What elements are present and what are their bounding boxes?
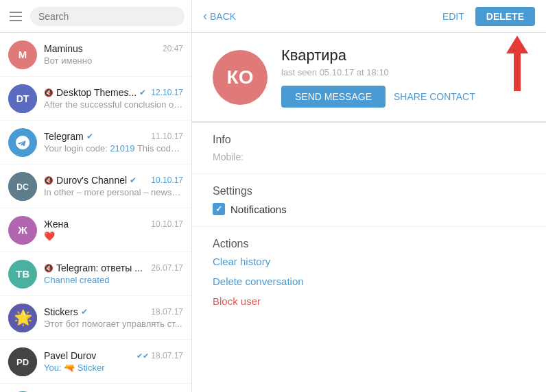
chat-name: Pavel Durov (44, 350, 96, 361)
checkmark-icon: ✓ (215, 204, 222, 214)
avatar: ТВ (8, 260, 37, 289)
mute-icon: 🔇 (44, 264, 54, 273)
notifications-label: Notifications (230, 204, 287, 215)
chat-name: Stickers ✔ (44, 306, 88, 317)
chat-name: Maminus (44, 43, 83, 54)
annotation-arrow (506, 36, 528, 91)
chat-preview: After the successful conclusion of... (44, 99, 183, 110)
list-item[interactable]: M Maminus 20:47 Вот именно (0, 33, 191, 77)
info-mobile: Mobile: (213, 151, 525, 162)
back-button[interactable]: ‹ BACK (203, 9, 236, 23)
chat-preview: Вот именно (44, 56, 183, 66)
chat-time: 12.10.17 (151, 88, 183, 97)
list-item[interactable]: 🌟 Stickers ✔ 18.07.17 Этот бот помогает … (0, 296, 191, 340)
avatar (8, 128, 37, 157)
sidebar-header (0, 0, 191, 33)
settings-section: Settings ✓ Notifications (192, 174, 546, 227)
info-section: Info Mobile: (192, 123, 546, 174)
chat-time: 11.10.17 (151, 132, 183, 141)
avatar: 🌟 (8, 304, 37, 332)
list-item[interactable]: Telegram ✔ 11.10.17 Your login code: 210… (0, 121, 191, 164)
share-contact-button[interactable]: SHARE CONTACT (394, 91, 475, 102)
chat-name: 🔇 Desktop Themes... ✔ (44, 87, 146, 98)
search-input[interactable] (30, 7, 185, 26)
list-item[interactable]: PD Pavel Durov ✔✔ 18.07.17 You: 🔫 Sticke… (0, 340, 191, 384)
chat-name: 🔇 Durov's Channel ✔ (44, 175, 136, 186)
list-item[interactable]: ТВ 🔇 Telegram: ответы ... 26.07.17 Chann… (0, 252, 191, 296)
svg-text:DT: DT (16, 93, 29, 104)
delete-conversation-link[interactable]: Delete conversation (213, 275, 525, 287)
actions-section: Actions Clear history Delete conversatio… (192, 227, 546, 326)
chat-time: ✔✔ 18.07.17 (136, 351, 183, 360)
chat-time: 26.07.17 (151, 263, 183, 273)
chat-preview: Этот бот помогает управлять ст... (44, 319, 183, 329)
chat-name: Жена (44, 219, 69, 230)
send-message-button[interactable]: SEND MESSAGE (281, 86, 385, 108)
sidebar: M Maminus 20:47 Вот именно DT 🔇 Desktop … (0, 0, 192, 392)
chat-time: 18.07.17 (151, 307, 183, 317)
back-arrow-icon: ‹ (203, 9, 207, 23)
chat-preview: Channel created (44, 275, 183, 285)
mute-icon: 🔇 (44, 176, 54, 185)
clear-history-link[interactable]: Clear history (213, 256, 525, 267)
chat-name: Telegram ✔ (44, 131, 93, 142)
edit-button[interactable]: EDIT (442, 11, 464, 22)
avatar: M (8, 40, 37, 69)
block-user-link[interactable]: Block user (213, 295, 525, 307)
arrow-shaft (514, 53, 521, 91)
svg-text:DC: DC (16, 182, 29, 191)
avatar: PD (8, 347, 37, 376)
verified-icon: ✔ (139, 88, 146, 97)
verified-icon: ✔ (130, 175, 136, 185)
top-bar: ‹ BACK EDIT DELETE (192, 0, 546, 33)
verified-icon: ✔ (81, 307, 88, 317)
double-check-icon: ✔✔ (136, 352, 149, 360)
settings-title: Settings (213, 185, 525, 197)
avatar: DC (8, 172, 37, 201)
chat-preview: ❤️ (44, 231, 183, 241)
chat-list: M Maminus 20:47 Вот именно DT 🔇 Desktop … (0, 33, 191, 392)
list-item[interactable]: DT 🔇 Desktop Themes... ✔ 12.10.17 After … (0, 77, 191, 121)
chat-time: 10.10.17 (151, 219, 183, 229)
profile-section: КО Квартира last seen 05.10.17 at 18:10 … (192, 33, 546, 122)
profile-avatar: КО (213, 50, 268, 105)
info-title: Info (213, 134, 525, 146)
chat-preview: Your login code: 21019 This code ... (44, 143, 183, 154)
mute-icon: 🔇 (44, 88, 54, 97)
chat-time: 20:47 (163, 44, 183, 53)
right-panel: ‹ BACK EDIT DELETE КО Квартира last seen… (192, 0, 546, 392)
list-item[interactable]: Ж Жена 10.10.17 ❤️ (0, 208, 191, 252)
list-item[interactable]: DC 🔇 Durov's Channel ✔ 10.10.17 In other… (0, 164, 191, 208)
avatar: Ж (8, 216, 37, 245)
delete-button[interactable]: DELETE (475, 7, 535, 26)
list-item[interactable]: U Ukrainian (0, 384, 191, 392)
verified-icon: ✔ (86, 132, 93, 141)
back-label: BACK (210, 11, 236, 22)
arrow-head-icon (506, 36, 528, 53)
profile-name: Квартира (281, 47, 525, 64)
chat-preview: You: 🔫 Sticker (44, 363, 183, 373)
notifications-checkbox[interactable]: ✓ (213, 203, 225, 215)
profile-status: last seen 05.10.17 at 18:10 (281, 67, 525, 77)
chat-name: 🔇 Telegram: ответы ... (44, 262, 143, 273)
chat-time: 10.10.17 (151, 175, 183, 185)
actions-title: Actions (213, 238, 525, 250)
avatar: DT (8, 84, 37, 113)
chat-preview: In other – more personal – news, ... (44, 187, 183, 197)
hamburger-menu[interactable] (7, 9, 25, 24)
svg-text:PD: PD (16, 357, 29, 367)
svg-text:🌟: 🌟 (14, 308, 33, 327)
